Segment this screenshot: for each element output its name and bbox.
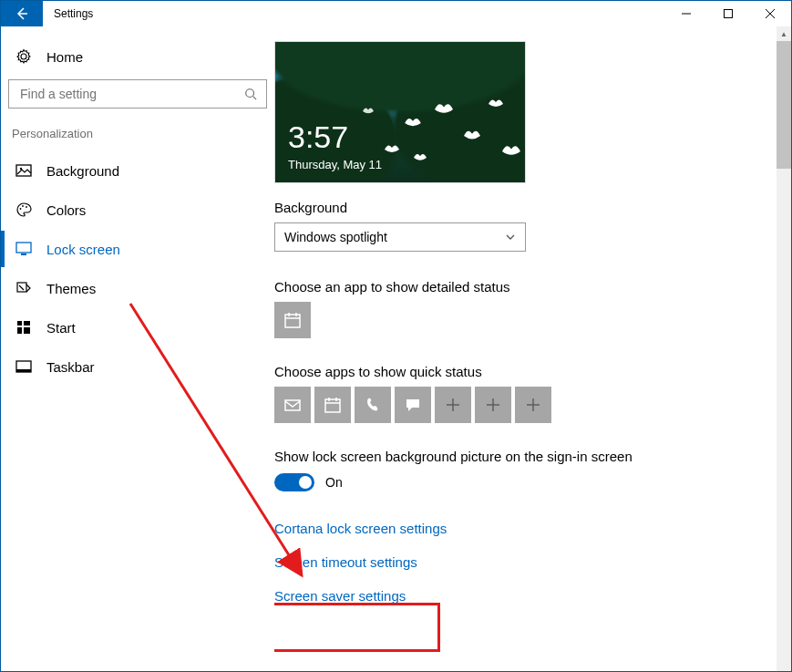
svg-point-1 — [246, 89, 254, 98]
calendar-icon — [324, 396, 342, 414]
dove-icon — [412, 151, 428, 164]
maximize-button[interactable] — [707, 1, 749, 26]
link-screen-saver[interactable]: Screen saver settings — [274, 588, 406, 604]
plus-icon — [445, 397, 461, 413]
quick-status-add-tile[interactable] — [435, 387, 471, 423]
svg-rect-16 — [285, 315, 300, 327]
quick-status-add-tile[interactable] — [515, 387, 551, 423]
svg-rect-12 — [17, 327, 22, 334]
palette-icon — [15, 202, 32, 218]
back-button[interactable] — [1, 1, 43, 26]
svg-rect-11 — [24, 321, 30, 326]
background-selected-value: Windows spotlight — [284, 230, 387, 244]
sidebar-item-label: Taskbar — [46, 359, 95, 375]
dove-icon — [383, 142, 401, 157]
search-box[interactable] — [8, 79, 267, 109]
dove-icon — [403, 115, 423, 131]
link-screen-timeout[interactable]: Screen timeout settings — [274, 554, 417, 570]
close-icon — [766, 9, 775, 18]
picture-icon — [15, 162, 32, 179]
search-icon — [244, 88, 257, 100]
quick-status-tile-phone[interactable] — [355, 387, 391, 423]
search-input[interactable] — [18, 86, 244, 102]
chevron-down-icon — [505, 232, 516, 243]
sidebar-item-label: Background — [46, 163, 119, 179]
dove-icon — [361, 106, 375, 117]
quick-status-tile-calendar[interactable] — [314, 387, 351, 423]
minimize-button[interactable] — [665, 1, 707, 26]
svg-rect-0 — [725, 10, 733, 18]
sidebar-item-label: Colors — [46, 202, 86, 218]
sidebar-item-start[interactable]: Start — [8, 309, 267, 346]
plus-icon — [485, 397, 501, 413]
taskbar-icon — [15, 358, 32, 375]
scrollbar-track[interactable]: ▲ — [777, 26, 791, 671]
quick-status-add-tile[interactable] — [475, 387, 511, 423]
section-header: Personalization — [8, 121, 267, 150]
sidebar-item-label: Lock screen — [46, 242, 120, 257]
window-title: Settings — [43, 1, 104, 26]
sidebar-item-label: Start — [46, 320, 76, 336]
dove-icon — [499, 142, 523, 160]
preview-date: Thursday, May 11 — [288, 158, 382, 171]
scrollbar-thumb[interactable] — [777, 41, 791, 169]
lock-screen-preview[interactable]: 3:57 Thursday, May 11 — [274, 41, 526, 183]
svg-rect-18 — [325, 399, 340, 412]
svg-rect-13 — [24, 327, 30, 334]
plus-icon — [525, 397, 541, 413]
sidebar-item-taskbar[interactable]: Taskbar — [8, 348, 267, 385]
titlebar-spacer — [104, 1, 665, 26]
svg-rect-17 — [285, 400, 300, 410]
toggle-knob — [299, 476, 312, 489]
svg-rect-9 — [17, 283, 26, 292]
dove-icon — [461, 128, 483, 144]
sidebar-item-label: Themes — [46, 281, 96, 296]
lockscreen-icon — [15, 241, 32, 257]
mail-icon — [283, 396, 302, 414]
chat-icon — [404, 396, 422, 414]
sidebar-item-background[interactable]: Background — [8, 152, 267, 189]
themes-icon — [15, 280, 32, 296]
dove-icon — [432, 100, 456, 119]
sidebar-item-lock-screen[interactable]: Lock screen — [8, 231, 267, 267]
svg-rect-15 — [16, 369, 31, 372]
quick-status-tile-messaging[interactable] — [395, 387, 431, 423]
phone-icon — [364, 396, 382, 414]
main-content: 3:57 Thursday, May 11 Background Windows… — [274, 26, 791, 671]
minimize-icon — [682, 9, 691, 18]
signin-toggle-state: On — [325, 475, 343, 490]
calendar-icon — [283, 311, 302, 329]
svg-rect-7 — [16, 243, 31, 253]
home-label: Home — [46, 49, 83, 65]
detailed-status-label: Choose an app to show detailed status — [274, 279, 773, 295]
gear-icon — [15, 48, 32, 65]
link-cortana-settings[interactable]: Cortana lock screen settings — [274, 521, 447, 536]
maximize-icon — [724, 9, 733, 18]
sidebar-item-themes[interactable]: Themes — [8, 270, 267, 306]
sidebar-item-colors[interactable]: Colors — [8, 191, 267, 228]
close-button[interactable] — [749, 1, 791, 26]
start-icon — [15, 319, 32, 336]
svg-point-6 — [26, 206, 27, 208]
arrow-left-icon — [15, 6, 29, 21]
svg-point-4 — [20, 208, 22, 210]
sidebar: Home Personalization Background Colors L… — [1, 26, 274, 671]
signin-toggle-label: Show lock screen background picture on t… — [274, 449, 657, 464]
dove-icon — [487, 97, 505, 111]
titlebar: Settings — [1, 1, 791, 26]
detailed-status-app-tile[interactable] — [274, 302, 311, 338]
svg-rect-10 — [17, 321, 22, 326]
svg-rect-8 — [21, 253, 26, 255]
scrollbar-up-button[interactable]: ▲ — [777, 26, 791, 41]
quick-status-tile-mail[interactable] — [274, 387, 311, 423]
background-label: Background — [274, 200, 773, 215]
svg-point-5 — [22, 205, 24, 207]
preview-time: 3:57 — [288, 119, 348, 155]
signin-toggle[interactable] — [274, 473, 314, 491]
home-button[interactable]: Home — [8, 43, 267, 70]
background-dropdown[interactable]: Windows spotlight — [274, 222, 526, 252]
quick-status-label: Choose apps to show quick status — [274, 364, 773, 379]
